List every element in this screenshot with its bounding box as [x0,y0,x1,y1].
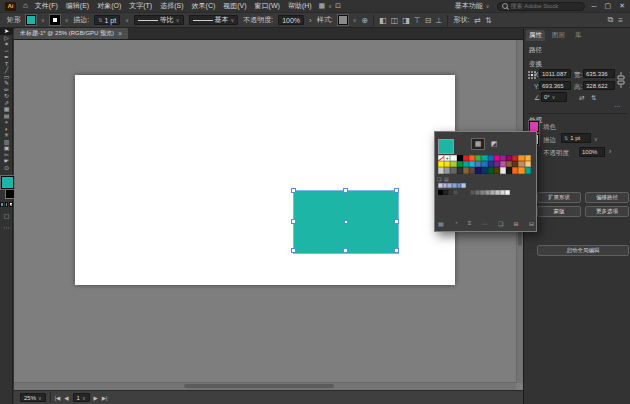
swatch[interactable] [461,183,466,188]
panel-tab[interactable]: 图层 [549,30,568,41]
x-field[interactable]: 1011.087 [539,69,571,78]
show-swatch-kinds-icon[interactable]: ≡ [468,220,472,227]
zoom-tool[interactable]: ⊙ [0,165,13,172]
minimize-button[interactable]: ─ [592,3,597,10]
width-field[interactable]: 635.336 [583,69,615,78]
menu-item[interactable]: 窗口(W) [255,1,280,11]
swatch-options-icon[interactable]: ⋯ [482,220,488,227]
opacity-more-icon[interactable]: › [609,148,611,155]
close-button[interactable]: ✕ [619,2,625,10]
swatch[interactable] [453,190,458,195]
chevron-down-icon[interactable]: ∨ [41,17,45,23]
opacity-field[interactable]: 100% [579,147,605,157]
link-width-height-icon[interactable] [617,70,625,90]
align-top-icon[interactable]: ⊤ [414,16,421,25]
panel-tab[interactable]: 属性 [526,30,545,41]
menu-item[interactable]: 效果(C) [192,1,216,11]
align-right-icon[interactable]: ◨ [402,16,410,25]
selection-handle[interactable] [395,220,398,223]
new-swatch-icon[interactable]: ⊞ [514,220,519,227]
swatches-view-icon[interactable]: ▦ [471,138,485,150]
next-artboard-button[interactable]: ▶ [94,395,98,401]
style-chip[interactable] [338,15,348,25]
selection-handle[interactable] [292,220,295,223]
menu-item[interactable]: 文件(F) [35,1,58,11]
align-middle-icon[interactable]: ⊟ [425,16,432,25]
swatch[interactable] [525,167,531,173]
quick-action-button[interactable]: 偏移路径 [585,192,629,203]
stepper-arrows-icon[interactable]: ⇅ [564,136,568,140]
zoom-level-dropdown[interactable]: 25% ∨ [20,393,46,402]
menu-item[interactable]: 文字(T) [129,1,152,11]
more-tools-button[interactable]: ⋯ [0,224,13,232]
drawing-mode-button[interactable]: ▢ [0,212,13,219]
document-setup-icon[interactable]: ⊕ [361,16,368,25]
selection-handle[interactable] [344,249,347,252]
start-global-edit-button[interactable]: 启动全局编辑 [537,245,629,256]
previous-artboard-button[interactable]: ◀ [64,395,68,401]
align-left-icon[interactable]: ◧ [379,16,387,25]
chevron-down-icon[interactable]: ∨ [328,3,332,9]
stroke-weight-stepper[interactable]: ⇅ 1 pt [94,15,120,25]
menu-item[interactable]: 选择(S) [160,1,183,11]
fill-color-chip[interactable] [26,15,36,25]
search-input[interactable] [511,3,581,9]
last-artboard-button[interactable]: ▶| [102,395,108,401]
artboard[interactable] [75,75,455,285]
y-field[interactable]: 693.365 [539,81,571,90]
gradient-mode-button[interactable] [5,202,9,207]
panel-tab[interactable]: 库 [572,30,585,41]
arrange-documents-icon[interactable]: ▦ [319,2,326,10]
stroke-weight-stepper[interactable]: ⇅ 1 pt [561,133,591,143]
menu-item[interactable]: 编辑(E) [66,1,89,11]
color-mixer-icon[interactable]: ◩ [487,138,501,150]
menu-item[interactable]: 帮助(H) [288,1,312,11]
opacity-more-icon[interactable]: › [309,16,312,25]
width-profile-dropdown[interactable]: 等比 ∨ [134,15,184,25]
first-artboard-button[interactable]: |◀ [55,395,61,401]
quick-action-button[interactable]: 扩展形状 [537,192,581,203]
flip-horizontal-icon[interactable]: ⇄ [474,16,481,25]
horizontal-scrollbar[interactable] [14,382,516,390]
chevron-down-icon[interactable]: ∨ [594,136,598,142]
chevron-down-icon[interactable]: ∨ [353,17,357,23]
stepper-arrows-icon[interactable]: ⇅ [98,18,102,22]
flip-vertical-icon[interactable]: ⇅ [591,94,596,102]
share-screen-icon[interactable]: ⊡ [335,2,341,10]
flip-vertical-icon[interactable]: ⇅ [485,16,492,25]
stock-search[interactable] [497,2,585,11]
artboard-number-dropdown[interactable]: 1 ∨ [73,393,90,402]
swatch-libraries-icon[interactable]: ▤ [438,220,444,227]
color-themes-icon[interactable]: ◔ [454,220,458,227]
opacity-dropdown[interactable]: 100% [278,15,304,25]
workspace-switcher[interactable]: 基本功能 ∨ [455,1,490,11]
stroke-color-well[interactable] [5,189,15,199]
menu-item[interactable]: 对象(O) [97,1,121,11]
selected-rectangle[interactable] [294,191,398,253]
quick-action-button[interactable]: 蒙版 [537,206,581,217]
chevron-down-icon[interactable]: ∨ [65,17,69,23]
selection-handle[interactable] [292,249,295,252]
new-color-group-icon[interactable]: ❏ [498,220,503,227]
quick-action-button[interactable]: 更多选项 [585,206,629,217]
restore-button[interactable]: ▢ [605,2,612,10]
selection-handle[interactable] [292,189,295,192]
more-options-icon[interactable]: ··· [614,103,621,110]
document-tab[interactable]: 未标题-1* @ 25% (RGB/GPU 预览) × [14,28,128,39]
horizontal-scrollbar-thumb[interactable] [184,384,334,388]
selection-handle[interactable] [344,189,347,192]
align-bottom-icon[interactable]: ⊥ [435,16,442,25]
home-icon[interactable]: ⌂ [23,2,28,10]
selection-handle[interactable] [395,249,398,252]
stroke-color-chip[interactable] [50,15,60,25]
color-mode-button[interactable] [0,202,4,207]
none-mode-button[interactable] [9,202,13,207]
swatch[interactable] [438,155,444,161]
close-tab-icon[interactable]: × [118,30,122,37]
delete-swatch-icon[interactable]: ⊟ [529,220,534,227]
chevron-down-icon[interactable]: ∨ [125,17,129,23]
brush-definition-dropdown[interactable]: 基本 ∨ [189,15,239,25]
arrange-documents-icon[interactable]: ⧉ [608,15,614,25]
panel-menu-icon[interactable]: ≡ [618,16,623,25]
swatch[interactable] [505,190,510,195]
